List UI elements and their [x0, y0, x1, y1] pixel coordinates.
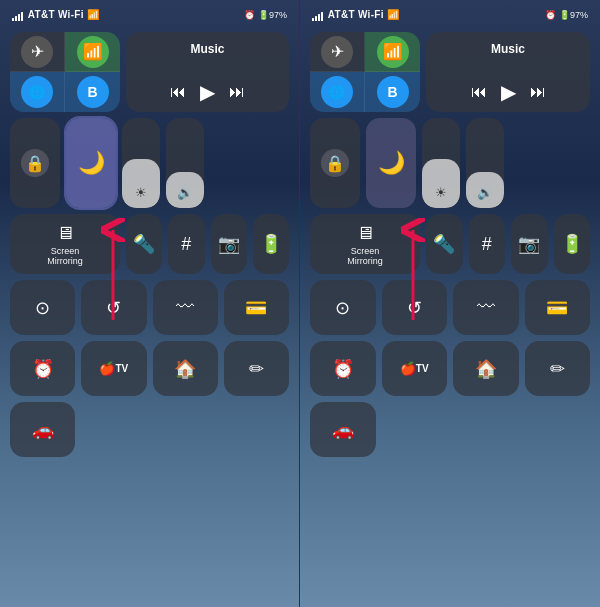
cellular-btn-right[interactable]: 🌐 — [310, 72, 365, 112]
brightness-icon-left: ☀ — [135, 185, 147, 200]
battery-btn-left[interactable]: 🔋 — [253, 214, 289, 274]
moon-btn-right[interactable]: 🌙 — [366, 118, 416, 208]
app-row-3-left: 🚗 — [10, 402, 289, 457]
calculator-btn-right[interactable]: # — [469, 214, 506, 274]
app-audio-right[interactable]: 〰 — [453, 280, 519, 335]
airplane-btn-left[interactable]: ✈ — [10, 32, 65, 72]
sliders-area-left: ☀ 🔊 — [122, 118, 289, 208]
signal-bar-3 — [18, 14, 20, 21]
volume-slider-left[interactable]: 🔊 — [166, 118, 204, 208]
app-row-3-right: 🚗 — [310, 402, 590, 457]
flashlight-btn-left[interactable]: 🔦 — [126, 214, 162, 274]
volume-slider-right[interactable]: 🔊 — [466, 118, 504, 208]
app-home-left[interactable]: 🏠 — [153, 341, 218, 396]
flashlight-btn-right[interactable]: 🔦 — [426, 214, 463, 274]
status-bar-right: AT&T Wi-Fi 📶 ⏰ 🔋97% — [300, 0, 600, 28]
app-wallet-right[interactable]: 💳 — [525, 280, 591, 335]
cellular-icon-left: 🌐 — [21, 76, 53, 108]
camera-btn-left[interactable]: 📷 — [211, 214, 247, 274]
wifi-icon-left: 📶 — [77, 36, 109, 68]
signal-bar-r2 — [315, 16, 317, 21]
moon-icon-right: 🌙 — [378, 150, 405, 176]
battery-text-right: 🔋97% — [559, 10, 588, 20]
play-btn-left[interactable]: ▶ — [200, 80, 215, 104]
lock-icon-left: 🔒 — [21, 149, 49, 177]
carrier-right: AT&T Wi-Fi 📶 — [312, 9, 399, 20]
signal-bar-2 — [15, 16, 17, 21]
dnd-btn-left[interactable]: 🔒 — [10, 118, 60, 208]
status-icons-left: ⏰ 🔋97% — [244, 10, 287, 20]
signal-bar-4 — [21, 12, 23, 21]
next-btn-left[interactable]: ⏭ — [229, 83, 245, 101]
calculator-btn-left[interactable]: # — [168, 214, 204, 274]
wifi-btn-left[interactable]: 📶 — [65, 32, 120, 72]
airplane-icon-left: ✈ — [21, 36, 53, 68]
control-center-right: ✈ 📶 🌐 B Music ⏮ ▶ ⏭ — [300, 28, 600, 471]
alarm-icon-right: ⏰ — [545, 10, 556, 20]
app-row-2-right: ⏰ 🍎TV 🏠 ✏ — [310, 341, 590, 396]
app-alarm-right[interactable]: ⏰ — [310, 341, 376, 396]
app-car-right[interactable]: 🚗 — [310, 402, 376, 457]
cellular-icon-right: 🌐 — [321, 76, 353, 108]
lock-icon-right: 🔒 — [321, 149, 349, 177]
app-car-left[interactable]: 🚗 — [10, 402, 75, 457]
app-edit-left[interactable]: ✏ — [224, 341, 289, 396]
signal-bar-r1 — [312, 18, 314, 21]
brightness-fill-left — [122, 159, 160, 209]
app-tv-left[interactable]: 🍎TV — [81, 341, 146, 396]
moon-btn-left[interactable]: 🌙 — [66, 118, 116, 208]
wifi-icon-right: 📶 — [377, 36, 409, 68]
airplane-btn-right[interactable]: ✈ — [310, 32, 365, 72]
app-audio-left[interactable]: 〰 — [153, 280, 218, 335]
top-row-left: ✈ 📶 🌐 B Music ⏮ ▶ ⏭ — [10, 32, 289, 112]
screen-mirror-btn-left[interactable]: 🖥 ScreenMirroring — [10, 214, 120, 274]
right-panel: AT&T Wi-Fi 📶 ⏰ 🔋97% ✈ 📶 🌐 B — [300, 0, 600, 607]
connectivity-block-left: ✈ 📶 🌐 B — [10, 32, 120, 112]
app-timer-left[interactable]: ↺ — [81, 280, 146, 335]
app-record-left[interactable]: ⊙ — [10, 280, 75, 335]
brightness-slider-left[interactable]: ☀ — [122, 118, 160, 208]
app-row-1-right: ⊙ ↺ 〰 💳 — [310, 280, 590, 335]
volume-icon-right: 🔊 — [477, 185, 493, 200]
dnd-btn-right[interactable]: 🔒 — [310, 118, 360, 208]
music-controls-right: ⏮ ▶ ⏭ — [438, 80, 578, 104]
ctrl-btns-left: 🔦 # 📷 🔋 — [126, 214, 289, 274]
bluetooth-btn-right[interactable]: B — [365, 72, 420, 112]
bluetooth-btn-left[interactable]: B — [65, 72, 120, 112]
prev-btn-right[interactable]: ⏮ — [471, 83, 487, 101]
music-block-right: Music ⏮ ▶ ⏭ — [426, 32, 590, 112]
music-title-left: Music — [138, 42, 277, 56]
next-btn-right[interactable]: ⏭ — [530, 83, 546, 101]
prev-btn-left[interactable]: ⏮ — [170, 83, 186, 101]
screen-mirror-btn-right[interactable]: 🖥 ScreenMirroring — [310, 214, 420, 274]
top-row-right: ✈ 📶 🌐 B Music ⏮ ▶ ⏭ — [310, 32, 590, 112]
music-title-right: Music — [438, 42, 578, 56]
signal-bar-r4 — [321, 12, 323, 21]
app-timer-right[interactable]: ↺ — [382, 280, 448, 335]
brightness-icon-right: ☀ — [435, 185, 447, 200]
battery-btn-right[interactable]: 🔋 — [554, 214, 591, 274]
app-alarm-left[interactable]: ⏰ — [10, 341, 75, 396]
wifi-btn-right[interactable]: 📶 — [365, 32, 420, 72]
status-icons-right: ⏰ 🔋97% — [545, 10, 588, 20]
screen-mirror-label-left: ScreenMirroring — [47, 246, 83, 266]
app-tv-right[interactable]: 🍎TV — [382, 341, 448, 396]
control-center-left: ✈ 📶 🌐 B Music ⏮ ▶ ⏭ — [0, 28, 299, 471]
sm-ctrl-row-left: 🖥 ScreenMirroring 🔦 # 📷 🔋 — [10, 214, 289, 274]
app-edit-right[interactable]: ✏ — [525, 341, 591, 396]
app-row-2-left: ⏰ 🍎TV 🏠 ✏ — [10, 341, 289, 396]
carrier-left: AT&T Wi-Fi 📶 — [12, 9, 99, 20]
ctrl-btns-right: 🔦 # 📷 🔋 — [426, 214, 590, 274]
camera-btn-right[interactable]: 📷 — [511, 214, 548, 274]
screen-mirror-icon-right: 🖥 — [356, 223, 374, 244]
app-home-right[interactable]: 🏠 — [453, 341, 519, 396]
play-btn-right[interactable]: ▶ — [501, 80, 516, 104]
app-record-right[interactable]: ⊙ — [310, 280, 376, 335]
app-row-1-left: ⊙ ↺ 〰 💳 — [10, 280, 289, 335]
cellular-btn-left[interactable]: 🌐 — [10, 72, 65, 112]
signal-bar-r3 — [318, 14, 320, 21]
brightness-slider-right[interactable]: ☀ — [422, 118, 460, 208]
app-wallet-left[interactable]: 💳 — [224, 280, 289, 335]
mid-row-left: 🔒 🌙 ☀ 🔊 — [10, 118, 289, 208]
mid-row-right: 🔒 🌙 ☀ 🔊 — [310, 118, 590, 208]
